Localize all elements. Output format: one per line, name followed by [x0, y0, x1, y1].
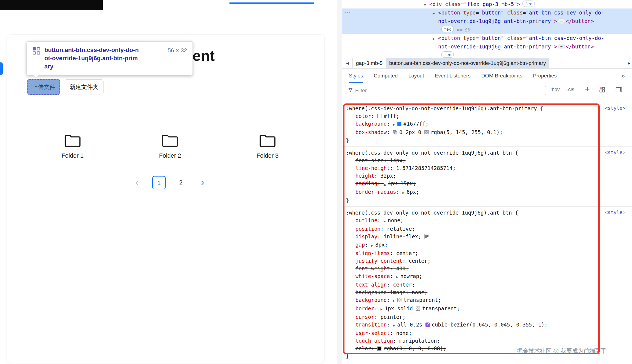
tab-layout[interactable]: Layout — [408, 69, 424, 83]
color-swatch[interactable] — [416, 307, 420, 311]
flex-editor-icon[interactable] — [424, 233, 429, 241]
css-declaration[interactable]: gap: ▶8px; — [346, 241, 591, 249]
colon-token: : — [387, 282, 393, 288]
page-2-button[interactable]: 2 — [174, 176, 188, 189]
css-declaration[interactable]: line-height: 1.5714285714285714; — [346, 164, 591, 172]
color-swatch[interactable] — [397, 122, 401, 126]
css-declaration[interactable]: cursor: pointer; — [346, 313, 591, 321]
upload-file-button[interactable]: 上传文件 — [27, 79, 60, 95]
css-value: inline-flex; — [384, 233, 424, 239]
expand-arrow-icon[interactable]: ▶ — [384, 219, 386, 223]
ellipsis-children-icon[interactable]: ⋯ — [558, 44, 565, 49]
css-declaration[interactable]: touch-action: manipulation; — [346, 337, 591, 345]
stylesheet-source-link[interactable]: <style> — [605, 149, 625, 155]
color-swatch[interactable] — [377, 114, 381, 118]
expand-arrow-icon[interactable]: ▶ — [384, 182, 386, 186]
bezier-icon[interactable] — [425, 321, 430, 329]
element-classes-button[interactable]: .cls — [567, 87, 574, 93]
css-declaration[interactable]: position: relative; — [346, 225, 591, 233]
css-declaration[interactable]: transition: ▶all 0.2s cubic-bezier(0.645… — [346, 321, 591, 329]
css-declaration[interactable]: border: ▶1px solid transparent; — [346, 305, 591, 313]
css-declaration[interactable]: white-space: ▶nowrap; — [346, 272, 591, 281]
stylesheet-source-link[interactable]: <style> — [605, 209, 625, 215]
declaration-content: box-shadow: 0 2px 0 rgba(5, 145, 255, 0.… — [355, 129, 503, 135]
ellipsis-children-icon[interactable]: ⋯ — [558, 18, 565, 24]
css-value: center; — [393, 282, 415, 288]
color-swatch[interactable] — [377, 346, 381, 351]
rule-selector[interactable]: :where(.css-dev-only-do-not-override-1uq… — [346, 150, 518, 156]
css-declaration[interactable]: color: #fff; — [346, 112, 591, 120]
css-declaration[interactable]: justify-content: center; — [346, 257, 591, 265]
css-declaration[interactable]: align-items: center; — [346, 249, 591, 257]
page-1-button[interactable]: 1 — [152, 176, 166, 189]
css-declaration[interactable]: height: 32px; — [346, 172, 591, 180]
collapse-arrow-icon[interactable]: ▼ — [424, 1, 429, 9]
expand-arrow-icon[interactable]: ▶ — [393, 323, 395, 327]
folder-label: Folder 1 — [51, 152, 94, 159]
breadcrumb-item-selected[interactable]: button.ant-btn.css-dev-only-do-not-overr… — [386, 58, 549, 68]
css-declaration[interactable]: box-shadow: 0 2px 0 rgba(5, 145, 255, 0.… — [346, 128, 591, 137]
folder-item[interactable]: Folder 3 — [246, 133, 289, 159]
tree-node-div[interactable]: ▼<div class="flex gap-3 mb-5">flex — [342, 0, 632, 8]
expand-arrow-icon[interactable]: ▶ — [393, 123, 395, 126]
side-drawer-handle[interactable] — [0, 62, 3, 75]
tabs-overflow-icon[interactable]: » — [621, 69, 625, 83]
css-declaration[interactable]: font-size: 14px; — [346, 157, 591, 164]
declaration-content: gap: ▶8px; — [355, 242, 388, 248]
crumb-scroll-right-button[interactable]: ▶ — [628, 58, 630, 68]
styles-filter-input[interactable] — [355, 88, 543, 94]
css-declaration[interactable]: display: inline-flex; — [346, 233, 591, 241]
expand-arrow-icon[interactable]: ▶ — [371, 244, 373, 247]
flex-badge[interactable]: flex — [441, 26, 454, 32]
css-declaration[interactable]: background: ▶transparent; — [346, 296, 591, 305]
css-declaration[interactable]: border-radius: ▶6px; — [346, 188, 591, 197]
selected-tree-node[interactable]: ⋯ ▶<button type="button" class="ant-btn … — [342, 8, 632, 34]
expand-arrow-icon[interactable]: ▶ — [393, 299, 395, 303]
color-swatch[interactable] — [424, 130, 429, 134]
tab-styles[interactable]: Styles — [349, 69, 363, 83]
folder-item[interactable]: Folder 2 — [148, 133, 192, 159]
flex-badge[interactable]: flex — [522, 1, 535, 7]
rule-selector[interactable]: :where(.css-dev-only-do-not-override-1uq… — [346, 210, 518, 216]
expand-arrow-icon[interactable]: ▶ — [396, 275, 398, 279]
tree-node-button-wrap[interactable]: not-override-1uq9j6g ant-btn-primary">⋯<… — [342, 42, 632, 51]
declaration-content: touch-action: manipulation; — [355, 338, 440, 344]
css-declaration[interactable]: text-align: center; — [346, 281, 591, 288]
prev-page-icon[interactable]: ‹ — [131, 176, 142, 189]
crumb-scroll-left-button[interactable]: ◀ — [342, 58, 353, 68]
tab-properties[interactable]: Properties — [533, 69, 557, 83]
css-declaration[interactable]: outline: ▶none; — [346, 216, 591, 225]
css-declaration[interactable]: font-weight: 400; — [346, 265, 591, 272]
tree-node-button[interactable]: ▶<button type="button" class="ant-btn cs… — [342, 34, 632, 42]
shadow-icon[interactable] — [393, 129, 398, 137]
breadcrumb-item[interactable]: gap-3.mb-5 — [353, 58, 386, 68]
more-actions-icon[interactable]: ⋯ — [345, 9, 351, 16]
css-declaration[interactable]: background: ▶#1677ff; — [346, 120, 591, 128]
css-value: #1677ff; — [404, 121, 429, 127]
swatch-grid-icon[interactable] — [599, 87, 605, 94]
rule-selector[interactable]: :where(.css-dev-only-do-not-override-1uq… — [346, 105, 543, 111]
next-page-icon[interactable]: › — [197, 176, 208, 189]
css-value: none; — [388, 217, 403, 223]
stylesheet-source-link[interactable]: <style> — [605, 105, 625, 111]
expand-arrow-icon[interactable]: ▶ — [381, 307, 383, 311]
expand-arrow-icon[interactable]: ▶ — [403, 191, 404, 195]
expand-arrow-icon[interactable]: ▶ — [433, 34, 438, 43]
styles-filter-box[interactable] — [345, 86, 546, 95]
css-declaration[interactable]: background-image: none; — [346, 288, 591, 296]
css-declaration[interactable]: padding: ▶4px 15px; — [346, 180, 591, 188]
new-folder-button[interactable]: 新建文件夹 — [65, 79, 104, 94]
flex-badge[interactable]: flex — [441, 51, 454, 58]
css-property-name: transition — [355, 322, 387, 328]
tab-dom-breakpoints[interactable]: DOM Breakpoints — [481, 69, 522, 83]
pseudo-state-button[interactable]: :hov — [550, 87, 560, 93]
folder-item[interactable]: Folder 1 — [51, 133, 94, 159]
tab-event-listeners[interactable]: Event Listeners — [435, 69, 470, 83]
css-declaration[interactable]: user-select: none; — [346, 329, 591, 337]
sidebar-toggle-icon[interactable] — [616, 87, 622, 94]
new-style-rule-button[interactable]: + — [585, 85, 590, 94]
color-swatch[interactable] — [397, 298, 401, 302]
css-value: 6px; — [407, 189, 419, 195]
tab-computed[interactable]: Computed — [374, 69, 398, 83]
expand-arrow-icon[interactable]: ▶ — [433, 9, 438, 18]
